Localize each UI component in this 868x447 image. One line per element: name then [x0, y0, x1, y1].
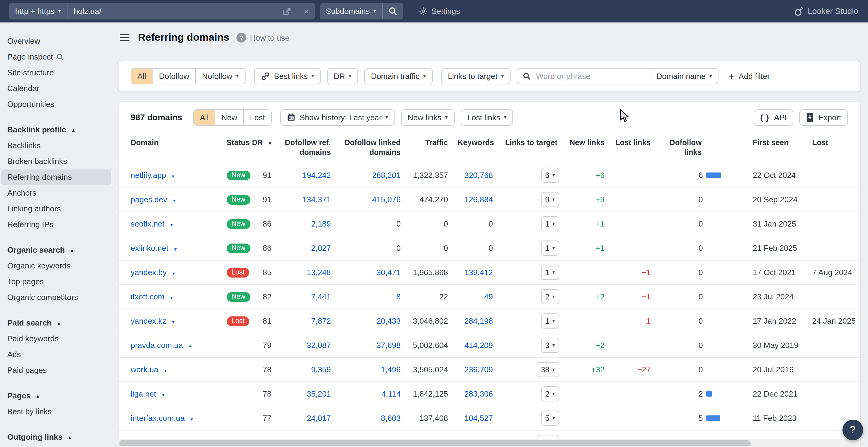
links-to-target-select[interactable]: 6▾: [541, 168, 559, 183]
sidebar-item-site-structure[interactable]: Site structure: [0, 65, 113, 81]
domain-link[interactable]: seoflx.net ▾: [131, 219, 173, 228]
sidebar-section-outgoing-links[interactable]: Outgoing links ▴: [0, 429, 113, 445]
sidebar-item-best-by-links[interactable]: Best by links: [0, 404, 113, 420]
domain-link[interactable]: yandex.kz ▾: [131, 316, 175, 325]
domain-link[interactable]: exlinko.net ▾: [131, 244, 177, 253]
lost-links-dropdown[interactable]: Lost links▾: [460, 109, 513, 126]
column-header-lost[interactable]: Lost: [800, 132, 860, 153]
sidebar-item-top-pages[interactable]: Top pages: [0, 274, 113, 290]
clear-input-icon[interactable]: ×: [297, 6, 315, 16]
column-header-first-seen[interactable]: First seen: [733, 132, 800, 153]
url-input[interactable]: holz.ua/: [67, 3, 277, 20]
sidebar-item-page-inspect[interactable]: Page inspect: [0, 49, 113, 65]
links-to-target-select[interactable]: 1▾: [541, 313, 559, 329]
column-header-new-links[interactable]: New links: [563, 132, 615, 153]
scrollbar-thumb[interactable]: [119, 440, 750, 446]
sidebar-item-anchors[interactable]: Anchors: [0, 185, 113, 201]
column-header-status[interactable]: Status: [215, 132, 251, 153]
help-button[interactable]: ?: [842, 420, 863, 440]
links-to-target-select[interactable]: 2▾: [541, 289, 559, 304]
best-links-filter[interactable]: Best links ▾: [254, 68, 321, 84]
column-header-keywords[interactable]: Keywords: [458, 132, 503, 153]
column-header-lost-links[interactable]: Lost links: [614, 132, 660, 153]
new-links-cell: +1: [563, 219, 615, 228]
dofollow-linked-domains-cell: 0: [341, 244, 411, 253]
question-circle-icon[interactable]: ?: [237, 33, 246, 42]
domain-traffic-filter[interactable]: Domain traffic▾: [364, 68, 432, 84]
sidebar-item-linked-domains[interactable]: Linked domains: [0, 445, 113, 447]
links-to-target-select[interactable]: 1▾: [541, 216, 559, 231]
export-button[interactable]: Export: [800, 109, 848, 126]
sidebar-item-referring-domains[interactable]: Referring domains: [1, 169, 111, 185]
domain-link[interactable]: netlify.app ▾: [131, 171, 175, 180]
sidebar-item-referring-ips[interactable]: Referring IPs: [0, 217, 113, 233]
new-links-dropdown[interactable]: New links▾: [401, 109, 454, 126]
sidebar-section-paid-search[interactable]: Paid search ▴: [0, 315, 113, 331]
sidebar-section-backlink-profile[interactable]: Backlink profile ▴: [0, 122, 113, 138]
filter-all-tab[interactable]: All: [131, 68, 153, 84]
links-to-target-select[interactable]: 2▾: [541, 386, 559, 402]
dofollow-links-cell: 0: [660, 244, 733, 253]
search-input[interactable]: [535, 71, 644, 81]
search-button[interactable]: [383, 7, 403, 16]
chevron-down-icon: ▾: [709, 73, 712, 79]
segment-lost[interactable]: Lost: [243, 109, 272, 126]
column-header-dofollow-ref-domains[interactable]: Dofollow ref. domains: [280, 132, 341, 163]
domain-link[interactable]: pages.dev ▾: [131, 195, 175, 204]
sidebar-item-linking-authors[interactable]: Linking authors: [0, 201, 113, 217]
external-link-icon[interactable]: [277, 7, 297, 15]
links-to-target-select[interactable]: 1▾: [541, 265, 559, 280]
segment-new[interactable]: New: [215, 109, 244, 126]
domain-link[interactable]: liga.net ▾: [131, 389, 164, 399]
page-header: Referring domains ? How to use: [113, 23, 868, 53]
show-history-dropdown[interactable]: Show history: Last year ▾: [280, 109, 395, 126]
sidebar-item-paid-pages[interactable]: Paid pages: [0, 363, 113, 378]
how-to-use-link[interactable]: How to use: [250, 33, 289, 42]
search-mode-dropdown[interactable]: Domain name ▾: [650, 69, 718, 84]
api-button[interactable]: { } API: [753, 109, 793, 126]
dofollow-links-cell: 0: [660, 268, 733, 277]
sidebar-item-backlinks[interactable]: Backlinks: [0, 138, 113, 153]
sidebar-item-organic-competitors[interactable]: Organic competitors: [0, 290, 113, 306]
dr-filter[interactable]: DR▾: [327, 68, 358, 84]
sidebar-section-pages[interactable]: Pages ▴: [0, 388, 113, 404]
domain-cell: netlify.app ▾: [119, 171, 215, 180]
filter-nofollow-tab[interactable]: Nofollow▾: [195, 68, 246, 84]
sidebar-item-ads[interactable]: Ads: [0, 347, 113, 363]
sidebar-section-organic-search[interactable]: Organic search ▴: [0, 242, 113, 258]
domain-link[interactable]: interfax.com.ua ▾: [131, 414, 193, 423]
menu-icon[interactable]: [120, 34, 129, 41]
keywords-cell: 104,527: [458, 414, 503, 423]
links-to-target-filter[interactable]: Links to target▾: [441, 68, 510, 84]
sidebar-item-opportunities[interactable]: Opportunities: [0, 97, 113, 112]
column-header-traffic[interactable]: Traffic: [410, 132, 458, 153]
column-header-links-to-target[interactable]: Links to target: [503, 132, 563, 153]
domain-link[interactable]: pravda.com.ua ▾: [131, 341, 191, 350]
links-to-target-select[interactable]: 5▾: [541, 411, 559, 426]
filter-dofollow-tab[interactable]: Dofollow: [152, 68, 196, 84]
domain-link[interactable]: work.ua ▾: [131, 365, 166, 374]
domain-link[interactable]: yandex.by ▾: [131, 268, 175, 277]
protocol-dropdown[interactable]: http + https ▾: [9, 3, 67, 20]
sidebar-item-organic-keywords[interactable]: Organic keywords: [0, 258, 113, 274]
settings-button[interactable]: Settings: [419, 7, 460, 16]
sidebar-item-calendar[interactable]: Calendar: [0, 81, 113, 97]
links-to-target-select[interactable]: 3▾: [541, 338, 559, 353]
sidebar-item-paid-keywords[interactable]: Paid keywords: [0, 331, 113, 347]
horizontal-scrollbar[interactable]: [118, 439, 861, 447]
domain-link[interactable]: itxoft.com ▾: [131, 292, 173, 301]
looker-studio-brand[interactable]: Looker Studio: [794, 6, 858, 16]
export-file-icon: [806, 113, 814, 122]
links-to-target-select[interactable]: 1▾: [541, 241, 559, 256]
column-header-dofollow-links[interactable]: Dofollow links: [660, 132, 733, 163]
links-to-target-select[interactable]: 9▾: [541, 192, 559, 207]
segment-all[interactable]: All: [193, 109, 215, 126]
sidebar-item-overview[interactable]: Overview: [0, 33, 113, 49]
sidebar-item-broken-backlinks[interactable]: Broken backlinks: [0, 153, 113, 169]
scope-dropdown[interactable]: Subdomains ▾: [320, 3, 382, 20]
column-header-domain[interactable]: Domain: [119, 132, 215, 153]
add-filter-button[interactable]: + Add filter: [728, 71, 770, 81]
column-header-dofollow-linked-domains[interactable]: Dofollow linked domains: [341, 132, 411, 163]
links-to-target-select[interactable]: 38▾: [537, 362, 559, 377]
column-header-dr[interactable]: DR ▾: [251, 132, 280, 153]
